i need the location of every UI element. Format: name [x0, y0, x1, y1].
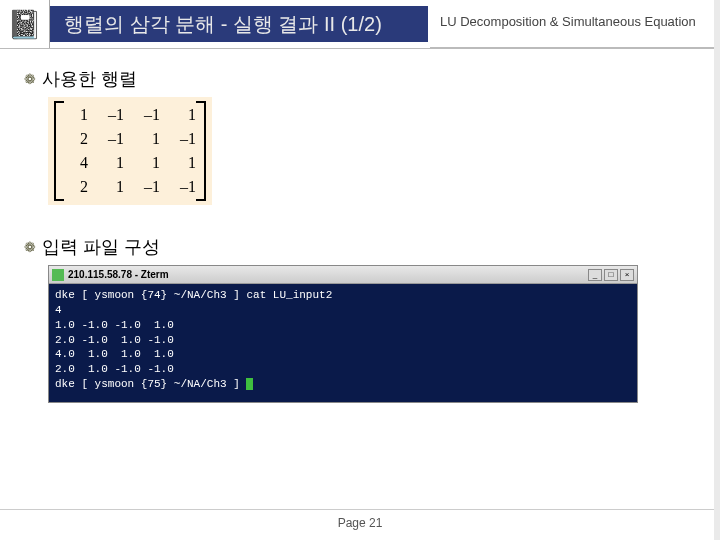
matrix-cell: 2 [66, 127, 88, 151]
desk-lamp-icon: 📓 [7, 8, 42, 41]
term-line: 4 [55, 304, 62, 316]
matrix-cell: 1 [102, 175, 124, 199]
bullet-icon: ❁ [24, 239, 36, 255]
term-line: 4.0 1.0 1.0 1.0 [55, 348, 174, 360]
matrix-row: 4 1 1 1 [58, 151, 196, 175]
section-matrix: ❁ 사용한 행렬 1 –1 –1 1 2 –1 1 –1 4 1 1 1 [24, 67, 696, 205]
terminal-app-icon [52, 269, 64, 281]
matrix-cell: –1 [174, 127, 196, 151]
section-header: ❁ 입력 파일 구성 [24, 235, 696, 259]
header-row: 📓 행렬의 삼각 분해 - 실행 결과 II (1/2) LU Decompos… [0, 0, 720, 48]
content-area: ❁ 사용한 행렬 1 –1 –1 1 2 –1 1 –1 4 1 1 1 [0, 49, 720, 403]
page-footer: Page 21 [0, 509, 720, 530]
section-title: 입력 파일 구성 [42, 235, 160, 259]
terminal-window-title: 210.115.58.78 - Zterm [68, 269, 588, 280]
minimize-button[interactable]: _ [588, 269, 602, 281]
page-number: Page 21 [338, 516, 383, 530]
matrix-cell: 1 [174, 103, 196, 127]
section-input: ❁ 입력 파일 구성 210.115.58.78 - Zterm _ □ × d… [24, 235, 696, 403]
header-icon-box: 📓 [0, 0, 50, 48]
right-shadow [714, 0, 720, 540]
term-line: dke [ ysmoon {74} ~/NA/Ch3 ] cat LU_inpu… [55, 289, 332, 301]
matrix-row: 1 –1 –1 1 [58, 103, 196, 127]
matrix-row: 2 1 –1 –1 [58, 175, 196, 199]
matrix-cell: –1 [102, 103, 124, 127]
matrix-cell: 1 [138, 127, 160, 151]
close-button[interactable]: × [620, 269, 634, 281]
matrix-cell: 2 [66, 175, 88, 199]
matrix-cell: –1 [102, 127, 124, 151]
window-buttons: _ □ × [588, 269, 634, 281]
section-header: ❁ 사용한 행렬 [24, 67, 696, 91]
term-line: 2.0 1.0 -1.0 -1.0 [55, 363, 174, 375]
matrix-cell: –1 [138, 175, 160, 199]
cursor-icon [246, 378, 253, 390]
section-title: 사용한 행렬 [42, 67, 137, 91]
term-line: 1.0 -1.0 -1.0 1.0 [55, 319, 174, 331]
term-line: 2.0 -1.0 1.0 -1.0 [55, 334, 174, 346]
terminal-body[interactable]: dke [ ysmoon {74} ~/NA/Ch3 ] cat LU_inpu… [49, 284, 637, 402]
matrix-row: 2 –1 1 –1 [58, 127, 196, 151]
matrix-cell: 1 [138, 151, 160, 175]
matrix-cell: –1 [174, 175, 196, 199]
matrix-cell: 4 [66, 151, 88, 175]
matrix-cell: 1 [174, 151, 196, 175]
maximize-button[interactable]: □ [604, 269, 618, 281]
slide-subtitle: LU Decomposition & Simultaneous Equation [430, 0, 720, 48]
bullet-icon: ❁ [24, 71, 36, 87]
terminal-titlebar: 210.115.58.78 - Zterm _ □ × [49, 266, 637, 284]
matrix-cell: –1 [138, 103, 160, 127]
matrix-cell: 1 [66, 103, 88, 127]
terminal-window: 210.115.58.78 - Zterm _ □ × dke [ ysmoon… [48, 265, 638, 403]
term-line: dke [ ysmoon {75} ~/NA/Ch3 ] [55, 378, 246, 390]
matrix-block: 1 –1 –1 1 2 –1 1 –1 4 1 1 1 2 1 –1 –1 [48, 97, 212, 205]
matrix-cell: 1 [102, 151, 124, 175]
slide-title: 행렬의 삼각 분해 - 실행 결과 II (1/2) [50, 6, 430, 42]
